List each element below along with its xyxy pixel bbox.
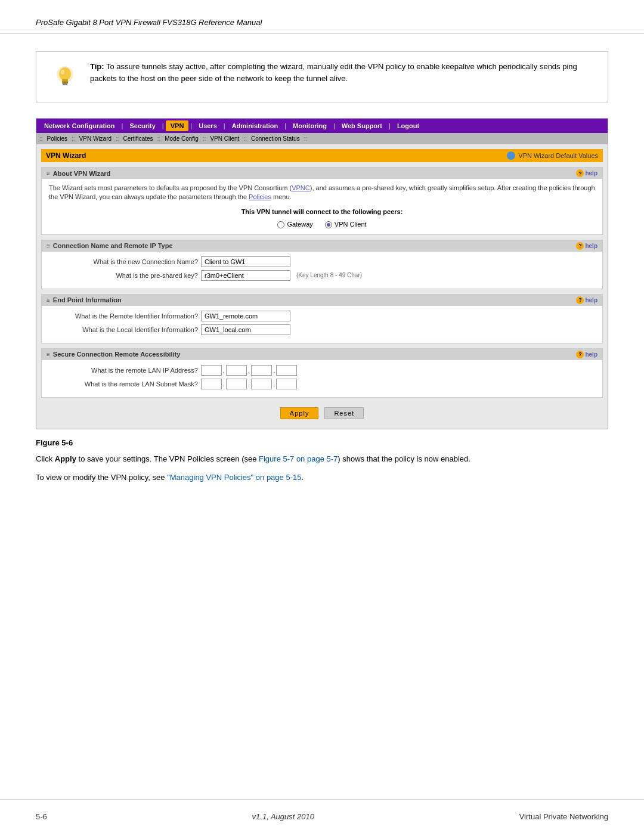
vpnc-link[interactable]: VPNC <box>292 184 310 191</box>
preshared-key-input[interactable] <box>201 270 290 281</box>
tip-bold-label: Tip: <box>90 62 104 71</box>
remote-lan-ip-input-group: . . . <box>201 365 297 376</box>
remote-ip-octet1[interactable] <box>201 365 222 376</box>
about-vpn-section: ≡ About VPN Wizard ? help The Wizard set… <box>41 167 603 235</box>
remote-ip-octet3[interactable] <box>251 365 272 376</box>
svg-point-5 <box>61 70 64 75</box>
nav-web-support[interactable]: Web Support <box>337 120 387 131</box>
body-paragraph-1: Click Apply to save your settings. The V… <box>36 453 608 466</box>
ui-content-area: VPN Wizard VPN Wizard Default Values ≡ A… <box>36 144 608 429</box>
subnet-octet2[interactable] <box>226 379 247 389</box>
figure-57-link[interactable]: Figure 5-7 on page 5-7 <box>259 454 338 463</box>
remote-subnet-input-group: . . . <box>201 379 297 389</box>
remote-identifier-label: What is the Remote Identifier Informatio… <box>49 311 198 321</box>
vpn-client-label: VPN Client <box>335 219 367 230</box>
figure-label: Figure 5-6 <box>36 438 608 447</box>
subnet-octet3[interactable] <box>251 379 272 389</box>
nav-bar: Network Configuration | Security | VPN |… <box>36 119 608 133</box>
vpn-wizard-default-link[interactable]: VPN Wizard Default Values <box>507 151 598 160</box>
remote-ip-octet2[interactable] <box>226 365 247 376</box>
endpoint-section: ≡ End Point Information ? help What is t… <box>41 294 603 343</box>
lightbulb-icon <box>50 63 80 92</box>
sub-nav-certificates[interactable]: Certificates <box>120 134 156 143</box>
remote-accessibility-title: Secure Connection Remote Accessibility <box>53 351 181 358</box>
remote-accessibility-body: What is the remote LAN IP Address? . . . <box>42 360 602 397</box>
connection-name-label: What is the new Connection Name? <box>49 257 198 267</box>
remote-identifier-input[interactable] <box>201 311 290 321</box>
connection-section-icon: ≡ <box>47 243 50 249</box>
about-vpn-text: The Wizard sets most parameters to defau… <box>49 184 595 202</box>
nav-logout[interactable]: Logout <box>392 120 424 131</box>
remote-subnet-mask-row: What is the remote LAN Subnet Mask? . . … <box>49 379 595 389</box>
help-label: help <box>585 170 597 176</box>
svg-rect-6 <box>63 83 67 85</box>
remote-lan-ip-row: What is the remote LAN IP Address? . . . <box>49 365 595 376</box>
connection-name-section: ≡ Connection Name and Remote IP Type ? h… <box>41 240 603 289</box>
about-vpn-body: The Wizard sets most parameters to defau… <box>42 179 602 234</box>
ui-page-title: VPN Wizard <box>46 151 86 160</box>
sub-nav-connection-status[interactable]: Connection Status <box>248 134 303 143</box>
ui-screenshot: Network Configuration | Security | VPN |… <box>36 118 608 429</box>
policies-link[interactable]: Policies <box>249 193 271 200</box>
local-identifier-label: What is the Local Identifier Information… <box>49 325 198 335</box>
remote-identifier-row: What is the Remote Identifier Informatio… <box>49 311 595 321</box>
managing-vpn-link[interactable]: "Managing VPN Policies" on page 5-15 <box>167 473 301 482</box>
nav-vpn[interactable]: VPN <box>166 120 189 131</box>
connection-name-body: What is the new Connection Name? What is… <box>42 252 602 289</box>
peer-selection: This VPN tunnel will connect to the foll… <box>49 207 595 230</box>
apply-button[interactable]: Apply <box>280 407 319 419</box>
endpoint-section-icon: ≡ <box>47 297 50 304</box>
key-length-hint: (Key Length 8 - 49 Char) <box>296 271 362 280</box>
gateway-radio[interactable] <box>277 221 284 228</box>
nav-users[interactable]: Users <box>194 120 222 131</box>
svg-rect-4 <box>62 82 68 83</box>
remote-help-button[interactable]: ? help <box>576 351 597 358</box>
gateway-label: Gateway <box>287 219 312 230</box>
connection-help-circle: ? <box>576 242 584 250</box>
nav-monitoring[interactable]: Monitoring <box>288 120 332 131</box>
remote-accessibility-section: ≡ Secure Connection Remote Accessibility… <box>41 348 603 398</box>
svg-rect-2 <box>62 79 68 81</box>
connection-help-button[interactable]: ? help <box>576 242 597 250</box>
endpoint-header: ≡ End Point Information ? help <box>42 295 602 306</box>
about-vpn-title: About VPN Wizard <box>53 170 110 177</box>
connection-help-label: help <box>585 243 597 249</box>
connection-name-input[interactable] <box>201 256 290 267</box>
about-vpn-help-button[interactable]: ? help <box>576 169 597 177</box>
connection-name-header: ≡ Connection Name and Remote IP Type ? h… <box>42 240 602 252</box>
globe-icon <box>507 151 515 160</box>
endpoint-title: End Point Information <box>53 296 122 304</box>
preshared-key-label: What is the pre-shared key? <box>49 271 198 281</box>
reset-button[interactable]: Reset <box>324 407 364 419</box>
endpoint-help-button[interactable]: ? help <box>576 296 597 304</box>
apply-bold-text: Apply <box>55 454 76 463</box>
about-vpn-header: ≡ About VPN Wizard ? help <box>42 168 602 179</box>
endpoint-help-circle: ? <box>576 296 584 304</box>
sub-nav-policies[interactable]: Policies <box>44 134 70 143</box>
svg-point-1 <box>59 67 71 80</box>
section-expand-icon: ≡ <box>47 170 50 176</box>
vpn-client-radio[interactable] <box>325 221 332 228</box>
radio-gateway[interactable]: Gateway <box>277 219 312 230</box>
sub-nav-bar: :: Policies :: VPN Wizard :: Certificate… <box>36 133 608 144</box>
nav-security[interactable]: Security <box>125 120 160 131</box>
endpoint-body: What is the Remote Identifier Informatio… <box>42 306 602 343</box>
document-title: ProSafe Gigabit 8 Port VPN Firewall FVS3… <box>36 18 262 27</box>
subnet-octet4[interactable] <box>276 379 297 389</box>
local-identifier-row: What is the Local Identifier Information… <box>49 324 595 335</box>
subnet-octet1[interactable] <box>201 379 222 389</box>
sub-nav-vpn-wizard[interactable]: VPN Wizard <box>76 134 114 143</box>
radio-group: Gateway VPN Client <box>49 219 595 230</box>
body-text-save: to save your settings. The VPN Policies … <box>76 454 259 463</box>
sub-nav-mode-config[interactable]: Mode Config <box>162 134 202 143</box>
sub-nav-vpn-client[interactable]: VPN Client <box>207 134 242 143</box>
nav-administration[interactable]: Administration <box>227 120 283 131</box>
nav-network-configuration[interactable]: Network Configuration <box>39 120 120 131</box>
endpoint-help-label: help <box>585 297 597 304</box>
remote-ip-octet4[interactable] <box>276 365 297 376</box>
help-circle-icon: ? <box>576 169 584 177</box>
radio-vpn-client[interactable]: VPN Client <box>325 219 367 230</box>
page-title-bar: VPN Wizard VPN Wizard Default Values <box>41 149 603 162</box>
footer-version: v1.1, August 2010 <box>252 812 314 821</box>
local-identifier-input[interactable] <box>201 324 290 335</box>
